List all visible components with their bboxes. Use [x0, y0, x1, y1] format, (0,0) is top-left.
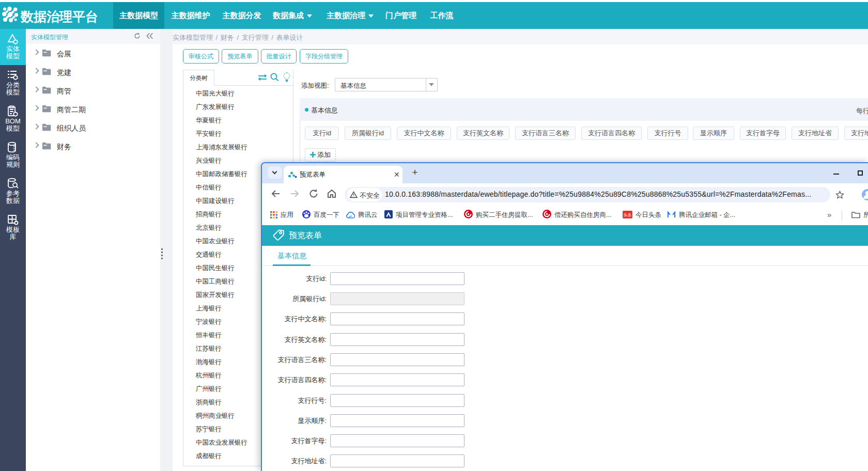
svg-text:头条: 头条 — [624, 213, 632, 217]
